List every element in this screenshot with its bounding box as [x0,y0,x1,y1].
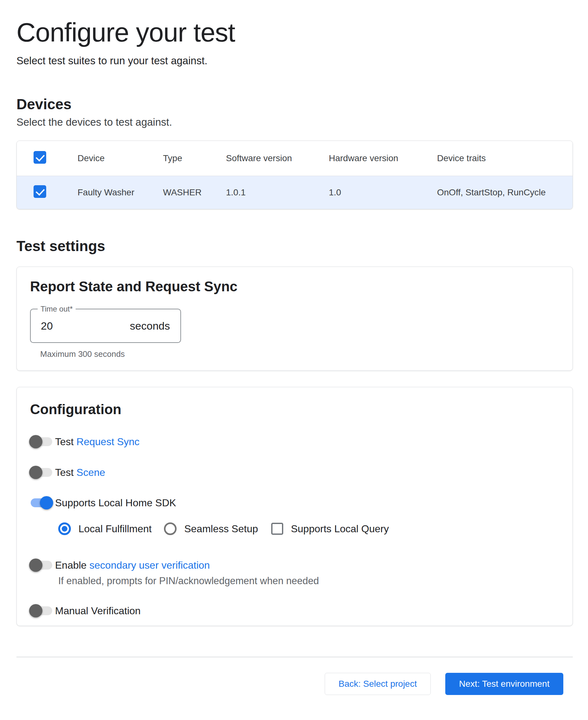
timeout-input[interactable] [41,320,110,332]
footer-actions: Back: Select project Next: Test environm… [17,673,573,695]
devices-heading: Devices [17,95,573,113]
scene-link[interactable]: Scene [77,467,105,478]
table-row[interactable]: Faulty Washer WASHER 1.0.1 1.0 OnOff, St… [17,176,572,209]
toggle-row-supports-local-home-sdk: Supports Local Home SDK [30,495,559,510]
supports-local-query-checkbox[interactable] [271,523,283,535]
devices-description: Select the devices to test against. [17,116,573,129]
configuration-card: Configuration Test Request Sync Test Sce… [17,387,573,626]
configuration-card-title: Configuration [30,403,559,416]
toggle-knob [29,435,42,448]
select-all-cell [17,151,78,166]
devices-table-header-row: Device Type Software version Hardware ve… [17,141,572,176]
supports-local-home-sdk-toggle[interactable] [30,495,52,510]
timeout-field: Time out* seconds [30,309,181,343]
request-sync-link[interactable]: Request Sync [77,436,140,447]
column-header-device-traits: Device traits [437,153,572,163]
toggle-label-text: Enable [55,559,87,571]
cell-software-version: 1.0.1 [226,187,329,198]
toggle-row-test-request-sync: Test Request Sync [30,434,559,449]
toggle-label: Test Scene [55,467,105,478]
cell-device-name: Faulty Washer [78,187,163,198]
test-scene-toggle[interactable] [30,465,52,480]
cell-device-type: WASHER [163,187,226,198]
row-checkbox-cell [17,185,78,200]
report-card-title: Report State and Request Sync [30,280,559,293]
supports-local-query-label: Supports Local Query [291,523,389,535]
cell-hardware-version: 1.0 [329,187,437,198]
timeout-suffix: seconds [130,320,170,332]
toggle-row-secondary-user-verification: Enable secondary user verification [30,558,559,573]
select-all-checkbox[interactable] [34,151,46,164]
toggle-label: Manual Verification [55,605,141,617]
manual-verification-toggle[interactable] [30,603,52,618]
next-button[interactable]: Next: Test environment [445,673,563,695]
toggle-label-text: Test [55,436,74,447]
test-settings-heading: Test settings [17,237,573,255]
secondary-user-verification-toggle[interactable] [30,558,52,573]
secondary-user-verification-link[interactable]: secondary user verification [89,559,210,571]
toggle-label: Supports Local Home SDK [55,497,176,509]
test-request-sync-toggle[interactable] [30,434,52,449]
toggle-knob [29,558,42,572]
toggle-row-test-scene: Test Scene [30,465,559,480]
page-title: Configure your test [17,16,573,49]
cell-device-traits: OnOff, StartStop, RunCycle [437,187,572,198]
page-subtitle: Select test suites to run your test agai… [17,54,573,67]
local-fulfillment-label: Local Fulfillment [79,523,152,535]
seamless-setup-label: Seamless Setup [184,523,258,535]
toggle-row-manual-verification: Manual Verification [30,603,559,618]
toggle-label-text: Test [55,467,74,478]
local-home-sdk-options: Local Fulfillment Seamless Setup Support… [58,522,559,536]
local-fulfillment-radio[interactable] [58,522,71,535]
column-header-type: Type [163,153,226,163]
column-header-software-version: Software version [226,153,329,163]
secondary-user-verification-helper: If enabled, prompts for PIN/acknowledgem… [58,575,559,587]
timeout-field-label: Time out* [38,305,76,313]
footer-divider [17,657,573,657]
column-header-device: Device [78,153,163,163]
seamless-setup-radio[interactable] [164,522,176,535]
column-header-hardware-version: Hardware version [329,153,437,163]
toggle-label: Test Request Sync [55,436,140,448]
timeout-helper-text: Maximum 300 seconds [40,349,559,359]
toggle-label-text: Supports Local Home SDK [55,497,176,509]
back-button[interactable]: Back: Select project [325,673,431,695]
devices-table: Device Type Software version Hardware ve… [17,141,573,209]
toggle-label: Enable secondary user verification [55,559,210,571]
toggle-label-text: Manual Verification [55,605,141,616]
report-state-card: Report State and Request Sync Time out* … [17,267,573,371]
page: Configure your test Select test suites t… [0,0,588,695]
toggle-knob [29,466,42,479]
toggle-knob [40,496,53,510]
row-checkbox[interactable] [34,185,46,198]
toggle-knob [29,604,42,617]
